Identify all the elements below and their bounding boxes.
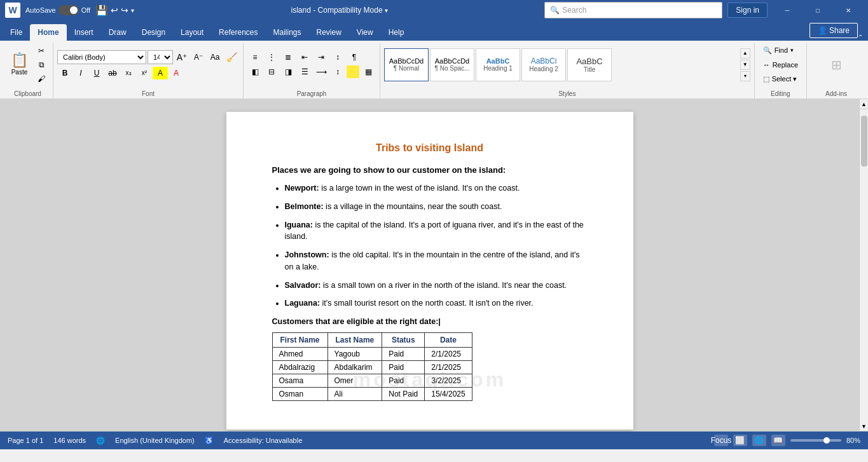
format-painter-button[interactable]: 🖌 xyxy=(34,72,49,85)
tab-mailings[interactable]: Mailings xyxy=(265,24,308,41)
strikethrough-button[interactable]: ab xyxy=(105,67,120,79)
align-left-button[interactable]: ◧ xyxy=(247,65,263,78)
styles-scroll-down[interactable]: ▼ xyxy=(740,60,750,70)
tab-draw[interactable]: Draw xyxy=(101,24,134,41)
language-icon: 🌐 xyxy=(96,437,105,445)
list-item: Laguana: it's small tourist resort on th… xyxy=(285,297,588,309)
places-list: Newport: is a large town in the west of … xyxy=(285,182,588,309)
italic-button[interactable]: I xyxy=(73,67,88,79)
list-item: Belmonte: is a village in the mountains,… xyxy=(285,201,588,213)
place-desc: is a small town on a river in the north … xyxy=(323,281,567,290)
minimize-button[interactable]: ─ xyxy=(773,0,802,20)
styles-scroll-up[interactable]: ▲ xyxy=(740,48,750,58)
undo-icon[interactable]: ↩ xyxy=(111,5,118,15)
increase-font-button[interactable]: A⁺ xyxy=(174,51,189,64)
save-icon[interactable]: 💾 xyxy=(95,4,108,17)
replace-button[interactable]: ↔ Replace xyxy=(759,58,803,71)
align-center-button[interactable]: ⊟ xyxy=(264,65,279,78)
tab-review[interactable]: Review xyxy=(309,24,349,41)
zoom-thumb[interactable] xyxy=(823,437,830,444)
clear-format-button[interactable]: 🧹 xyxy=(224,51,239,64)
font-name-selector[interactable]: Calibri (Body) xyxy=(57,50,146,64)
show-hide-button[interactable]: ¶ xyxy=(347,51,362,64)
cell-status: Not Paid xyxy=(382,388,425,401)
tab-file[interactable]: File xyxy=(3,24,30,41)
find-button[interactable]: 🔍 Find ▾ xyxy=(759,44,798,57)
decrease-indent-button[interactable]: ⇤ xyxy=(297,51,312,64)
clipboard-content: 📋 Paste ✂ ⧉ 🖌 xyxy=(6,43,49,88)
decrease-font-button[interactable]: A⁻ xyxy=(191,51,206,64)
align-right-button[interactable]: ◨ xyxy=(280,65,296,78)
reading-view-button[interactable]: 📖 xyxy=(771,435,785,446)
subscript-button[interactable]: x₂ xyxy=(121,67,136,79)
document-area[interactable]: Tribs to visiting Island Places we are g… xyxy=(0,99,859,431)
col-status: Status xyxy=(382,333,425,348)
increase-indent-button[interactable]: ⇥ xyxy=(313,51,329,64)
paste-button[interactable]: 📋 Paste xyxy=(6,48,32,81)
place-desc: it's small tourist resort on the north c… xyxy=(322,299,534,308)
styles-gallery: AaBbCcDd ¶ Normal AaBbCcDd ¶ No Spac... … xyxy=(384,48,739,81)
shading-button[interactable] xyxy=(347,65,359,78)
tab-layout[interactable]: Layout xyxy=(173,24,211,41)
search-bar[interactable]: 🔍 Search xyxy=(544,2,722,18)
restore-button[interactable]: □ xyxy=(803,0,832,20)
bold-button[interactable]: B xyxy=(57,67,72,79)
close-button[interactable]: ✕ xyxy=(834,0,863,20)
style-title[interactable]: AaBbC Title xyxy=(567,48,612,81)
bullets-button[interactable]: ≡ xyxy=(247,51,263,64)
font-color-button[interactable]: A xyxy=(169,67,184,79)
font-size-selector[interactable]: 14 xyxy=(148,50,173,64)
zoom-slider[interactable] xyxy=(790,439,841,442)
tab-design[interactable]: Design xyxy=(134,24,173,41)
cut-button[interactable]: ✂ xyxy=(34,44,49,57)
autosave-toggle[interactable] xyxy=(59,5,79,15)
replace-icon: ↔ xyxy=(763,61,770,69)
multilevel-button[interactable]: ≣ xyxy=(280,51,296,64)
print-layout-button[interactable]: ⬜ xyxy=(733,435,747,446)
copy-button[interactable]: ⧉ xyxy=(34,58,49,71)
style-no-spacing[interactable]: AaBbCcDd ¶ No Spac... xyxy=(430,48,474,81)
page-info: Page 1 of 1 xyxy=(8,437,43,444)
search-icon: 🔍 xyxy=(550,6,560,15)
tab-home[interactable]: Home xyxy=(30,24,66,41)
scroll-up-button[interactable]: ▲ xyxy=(860,99,869,109)
share-button[interactable]: 👤 Share xyxy=(809,23,858,38)
scroll-thumb[interactable] xyxy=(861,116,867,166)
select-button[interactable]: ⬚ Select ▾ xyxy=(759,72,802,86)
change-case-button[interactable]: Aa xyxy=(207,51,223,64)
sort-button[interactable]: ↕ xyxy=(330,51,345,64)
clipboard-label: Clipboard xyxy=(6,88,49,99)
sign-in-button[interactable]: Sign in xyxy=(727,3,768,18)
addins-content: ⊞ xyxy=(811,43,862,88)
line-spacing-button[interactable]: ↕ xyxy=(330,65,345,78)
scroll-down-button[interactable]: ▼ xyxy=(860,421,869,431)
styles-expand[interactable]: ▾ xyxy=(740,71,750,81)
place-name: Laguana: xyxy=(285,299,320,308)
superscript-button[interactable]: x² xyxy=(137,67,152,79)
redo-icon[interactable]: ↪ xyxy=(121,5,128,15)
compat-dropdown[interactable]: ▾ xyxy=(385,7,388,14)
focus-button[interactable]: Focus xyxy=(714,435,728,446)
tab-insert[interactable]: Insert xyxy=(67,24,101,41)
style-normal[interactable]: AaBbCcDd ¶ Normal xyxy=(384,48,429,81)
borders-button[interactable]: ▦ xyxy=(361,65,376,78)
find-icon: 🔍 xyxy=(763,46,772,55)
web-layout-button[interactable]: 🌐 xyxy=(752,435,766,446)
underline-button[interactable]: U xyxy=(89,67,104,79)
ribbon-collapse-button[interactable]: ⌃ xyxy=(858,34,863,41)
vertical-scrollbar[interactable]: ▲ ▼ xyxy=(859,99,868,431)
scroll-track[interactable] xyxy=(860,109,868,421)
justify-button[interactable]: ☰ xyxy=(297,65,312,78)
tab-help[interactable]: Help xyxy=(381,24,412,41)
addins-label: Add-ins xyxy=(811,88,862,99)
highlight-button[interactable]: A xyxy=(153,67,168,79)
tab-view[interactable]: View xyxy=(349,24,381,41)
table-row: Abdalrazig Abdalkarim Paid 2/1/2025 xyxy=(272,361,472,374)
quick-access-more[interactable]: ▾ xyxy=(131,7,134,14)
tab-references[interactable]: References xyxy=(211,24,265,41)
style-heading1[interactable]: AaBbC Heading 1 xyxy=(476,48,520,81)
text-direction-button[interactable]: ⟶ xyxy=(313,65,329,78)
addins-icon: ⊞ xyxy=(831,57,842,72)
style-heading2[interactable]: AaBbCi Heading 2 xyxy=(521,48,566,81)
numbering-button[interactable]: ⋮ xyxy=(264,51,279,64)
